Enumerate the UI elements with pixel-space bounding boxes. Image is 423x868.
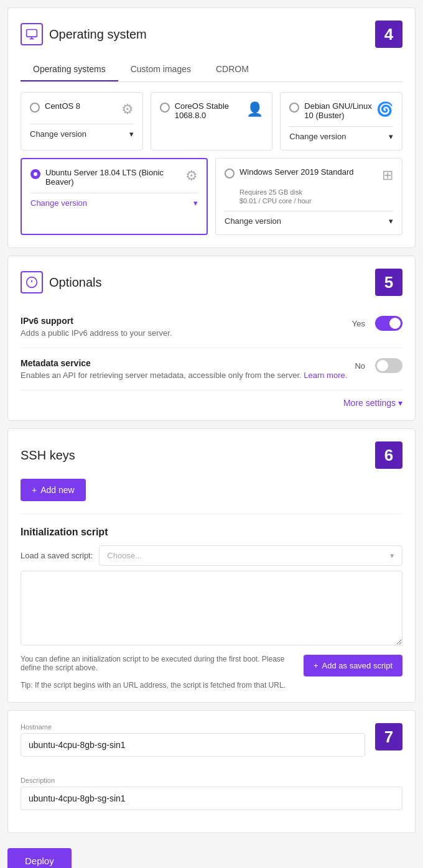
tab-operating-systems[interactable]: Operating systems (21, 58, 118, 81)
ssh-header: SSH keys 6 (21, 441, 402, 469)
more-settings-label: More settings (343, 398, 396, 408)
windows-sub2: $0.01 / CPU core / hour (239, 197, 393, 205)
load-script-label: Load a saved script: (21, 551, 93, 560)
load-script-row: Load a saved script: Choose... ▾ (21, 545, 402, 566)
os-grid-row2: Ubuntu Server 18.04 LTS (Bionic Beaver) … (21, 158, 402, 235)
ipv6-info: IPv6 support Adds a public IPv6 address … (21, 316, 172, 338)
os-card-ubuntu[interactable]: Ubuntu Server 18.04 LTS (Bionic Beaver) … (21, 158, 208, 235)
script-hint1: You can define an initialization script … (21, 655, 285, 672)
add-new-ssh-button[interactable]: + Add new (21, 479, 86, 501)
add-as-saved-script-button[interactable]: + Add as saved script (304, 655, 402, 676)
optionals-icon (21, 271, 43, 293)
os-number: 4 (375, 21, 402, 48)
add-saved-label: Add as saved script (322, 661, 393, 670)
ipv6-option-row: IPv6 support Adds a public IPv6 address … (21, 306, 402, 348)
change-version-debian-label: Change version (289, 132, 346, 141)
windows-icon: ⊞ (382, 167, 393, 183)
os-name-ubuntu: Ubuntu Server 18.04 LTS (Bionic Beaver) (45, 168, 185, 187)
metadata-toggle-thumb (377, 360, 388, 371)
os-grid-row1: CentOS 8 ⚙ Change version ▾ CoreOS Stabl… (21, 92, 402, 150)
os-tabs: Operating systems Custom images CDROM (21, 58, 402, 82)
script-footer: You can define an initialization script … (21, 655, 402, 690)
script-select-dropdown[interactable]: Choose... ▾ (99, 545, 402, 566)
os-card-coreos-header: CoreOS Stable 1068.8.0 👤 (160, 101, 264, 120)
tab-cdrom[interactable]: CDROM (203, 58, 261, 81)
chevron-down-icon-windows: ▾ (389, 216, 393, 226)
ipv6-toggle-thumb (389, 318, 401, 329)
os-section: Operating system 4 Operating systems Cus… (7, 7, 416, 248)
os-radio-windows: Windows Server 2019 Standard (225, 167, 354, 178)
os-title: Operating system (49, 27, 147, 42)
os-card-windows-header: Windows Server 2019 Standard ⊞ (225, 167, 393, 183)
description-field-group: Description ubuntu-4cpu-8gb-sg-sin1 (21, 777, 402, 810)
optionals-section: Optionals 5 IPv6 support Adds a public I… (7, 256, 416, 421)
description-label: Description (21, 777, 402, 784)
radio-windows (225, 169, 235, 178)
metadata-desc: Enables an API for retrieving server met… (21, 371, 347, 380)
change-version-windows-label: Change version (225, 216, 281, 226)
os-card-debian-header: Debian GNU/Linux 10 (Buster) 🌀 (289, 101, 393, 120)
change-version-windows[interactable]: Change version ▾ (225, 211, 393, 226)
ipv6-toggle-wrapper: Yes (352, 316, 402, 331)
svg-rect-0 (27, 30, 37, 37)
script-hint2: Tip: If the script begins with an URL ad… (21, 681, 286, 690)
hostname-number: 7 (375, 723, 402, 750)
hostname-fields: Hostname ubuntu-4cpu-8gb-sg-sin1 (21, 723, 365, 767)
os-radio-centos: CentOS 8 (30, 101, 80, 113)
os-card-centos-header: CentOS 8 ⚙ (30, 101, 134, 118)
chevron-down-icon-centos: ▾ (129, 129, 134, 139)
os-card-ubuntu-header: Ubuntu Server 18.04 LTS (Bionic Beaver) … (30, 168, 198, 187)
optionals-header: Optionals 5 (21, 269, 402, 296)
chevron-down-icon-more: ▾ (398, 398, 402, 408)
ipv6-toggle[interactable] (375, 316, 402, 331)
os-title-group: Operating system (21, 23, 147, 45)
os-card-debian[interactable]: Debian GNU/Linux 10 (Buster) 🌀 Change ve… (280, 92, 402, 150)
add-new-label: Add new (40, 485, 74, 495)
radio-ubuntu (30, 169, 40, 179)
metadata-toggle-wrapper: No (355, 358, 402, 373)
coreos-icon: 👤 (246, 101, 263, 118)
radio-centos (30, 103, 40, 113)
os-card-coreos[interactable]: CoreOS Stable 1068.8.0 👤 (151, 92, 273, 150)
deploy-button[interactable]: Deploy (7, 848, 72, 868)
script-textarea[interactable] (21, 571, 402, 645)
more-settings-link[interactable]: More settings ▾ (21, 390, 402, 408)
tab-custom-images[interactable]: Custom images (118, 58, 203, 81)
os-radio-debian: Debian GNU/Linux 10 (Buster) (289, 101, 376, 120)
change-version-ubuntu[interactable]: Change version ▾ (30, 193, 198, 208)
os-name-windows: Windows Server 2019 Standard (239, 167, 354, 177)
hostname-label: Hostname (21, 723, 365, 731)
metadata-label: Metadata service (21, 358, 347, 368)
radio-coreos (160, 103, 170, 113)
change-version-ubuntu-label: Change version (30, 198, 87, 208)
debian-icon: 🌀 (376, 101, 393, 118)
metadata-toggle[interactable] (375, 358, 402, 373)
change-version-centos-label: Change version (30, 129, 86, 139)
ubuntu-icon: ⚙ (185, 168, 198, 184)
optionals-title-group: Optionals (21, 271, 102, 293)
plus-icon-ssh: + (32, 485, 37, 495)
change-version-debian[interactable]: Change version ▾ (289, 126, 393, 141)
os-card-windows[interactable]: Windows Server 2019 Standard ⊞ Requires … (215, 158, 402, 235)
hostname-value[interactable]: ubuntu-4cpu-8gb-sg-sin1 (21, 733, 365, 757)
os-card-centos[interactable]: CentOS 8 ⚙ Change version ▾ (21, 92, 143, 150)
ipv6-desc: Adds a public IPv6 address to your serve… (21, 328, 172, 338)
ssh-section: SSH keys 6 + Add new Initialization scri… (7, 428, 416, 703)
chevron-down-icon-script: ▾ (390, 551, 394, 560)
init-script-title: Initialization script (21, 527, 402, 538)
description-value[interactable]: ubuntu-4cpu-8gb-sg-sin1 (21, 787, 402, 810)
chevron-down-icon-debian: ▾ (389, 132, 393, 141)
learn-more-link[interactable]: Learn more. (304, 371, 347, 380)
metadata-info: Metadata service Enables an API for retr… (21, 358, 347, 380)
os-name-debian: Debian GNU/Linux 10 (Buster) (304, 101, 376, 120)
os-name-centos: CentOS 8 (45, 101, 80, 111)
ipv6-toggle-label: Yes (352, 319, 365, 328)
os-header: Operating system 4 (21, 21, 402, 48)
os-radio-ubuntu: Ubuntu Server 18.04 LTS (Bionic Beaver) (30, 168, 185, 187)
change-version-centos[interactable]: Change version ▾ (30, 124, 134, 139)
radio-debian (289, 103, 299, 113)
script-hint: You can define an initialization script … (21, 655, 294, 690)
windows-sub1: Requires 25 GB disk (239, 188, 393, 196)
metadata-toggle-track (375, 358, 402, 373)
ipv6-label: IPv6 support (21, 316, 172, 326)
